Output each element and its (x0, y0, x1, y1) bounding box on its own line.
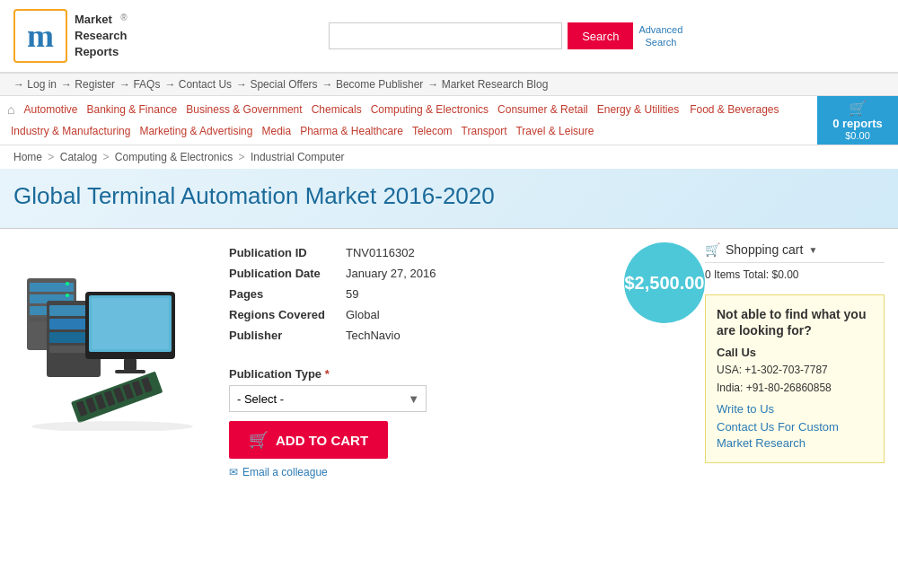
svg-point-5 (66, 282, 69, 285)
nav-contact[interactable]: → Contact Us (164, 78, 232, 91)
help-box: Not able to find what you are looking fo… (705, 294, 885, 463)
call-label: Call Us (717, 346, 873, 359)
category-links: ⌂ Automotive Banking & Finance Business … (0, 96, 817, 145)
cat-marketing[interactable]: Marketing & Advertising (136, 123, 256, 139)
logo-line1: Market (75, 12, 128, 28)
pub-date-row: Publication Date January 27, 2016 (229, 263, 443, 284)
cart-btn-icon: 🛒 (249, 430, 269, 450)
cat-chemicals[interactable]: Chemicals (308, 101, 365, 118)
cat-pharma[interactable]: Pharma & Healthcare (296, 123, 407, 139)
pages-row: Pages 59 (229, 284, 443, 304)
required-marker: * (325, 367, 330, 381)
pub-id-row: Publication ID TNV0116302 (229, 242, 443, 263)
product-illustration (18, 251, 207, 431)
nav-login[interactable]: → Log in (13, 78, 57, 91)
logo-box: m (13, 9, 67, 63)
cart-icon: 🛒 (849, 100, 867, 117)
cat-energy[interactable]: Energy & Utilities (594, 101, 682, 118)
top-nav: → Log in → Register → FAQs → Contact Us … (0, 73, 898, 96)
cat-banking[interactable]: Banking & Finance (84, 101, 181, 118)
price-circle: $2,500.00 (624, 242, 705, 323)
shopping-cart-title: Shopping cart (726, 242, 803, 257)
pages-value: 59 (346, 284, 443, 304)
breadcrumb-computing[interactable]: Computing & Electronics (115, 151, 233, 163)
logo-line3: Reports (75, 44, 128, 60)
shopping-cart-header[interactable]: 🛒 Shopping cart ▼ (705, 242, 885, 263)
add-to-cart-label: ADD TO CART (276, 433, 368, 448)
svg-rect-18 (115, 370, 145, 373)
add-to-cart-button[interactable]: 🛒 ADD TO CART (229, 421, 388, 459)
product-info: Publication ID TNV0116302 Publication Da… (229, 242, 611, 360)
category-nav: ⌂ Automotive Banking & Finance Business … (0, 96, 898, 145)
email-colleague-label: Email a colleague (242, 466, 328, 478)
header: m ® Market Research Reports Search Advan… (0, 0, 898, 73)
cat-business[interactable]: Business & Government (182, 101, 305, 118)
pub-type-section: Publication Type * - Select - Single Use… (229, 367, 705, 412)
svg-point-6 (66, 294, 69, 297)
svg-rect-17 (124, 359, 136, 370)
regions-value[interactable]: Global (346, 304, 443, 325)
pub-date-label: Publication Date (229, 263, 346, 284)
phone-numbers: USA: +1-302-703-7787 India: +91-80-26860… (717, 362, 873, 396)
product-image (18, 251, 207, 431)
nav-special-offers[interactable]: → Special Offers (236, 78, 317, 91)
home-icon[interactable]: ⌂ (7, 102, 14, 117)
write-to-us-link[interactable]: Write to Us (717, 402, 873, 416)
price-area: $2,500.00 (611, 242, 705, 323)
cat-media[interactable]: Media (258, 123, 295, 139)
page-title-area: Global Terminal Automation Market 2016-2… (0, 169, 898, 229)
cart-items-total: 0 Items Total: $0.00 (705, 268, 885, 281)
cat-computing[interactable]: Computing & Electronics (367, 101, 492, 118)
svg-rect-16 (92, 298, 169, 349)
cart-items-count: 0 Items (705, 268, 740, 281)
search-button[interactable]: Search (568, 22, 633, 49)
svg-point-28 (31, 421, 193, 431)
right-sidebar: 🛒 Shopping cart ▼ 0 Items Total: $0.00 N… (705, 242, 885, 478)
pub-id-label: Publication ID (229, 242, 346, 263)
help-heading: Not able to find what you are looking fo… (717, 306, 873, 338)
cart-total-value: $0.00 (772, 268, 799, 281)
breadcrumb-industrial[interactable]: Industrial Computer (251, 151, 345, 163)
logo[interactable]: m ® Market Research Reports (13, 9, 128, 63)
breadcrumb-home[interactable]: Home (13, 151, 42, 163)
nav-blog[interactable]: → Market Research Blog (427, 78, 548, 91)
cart-header-icon: 🛒 (705, 242, 720, 257)
cat-transport[interactable]: Transport (458, 123, 511, 139)
cat-industry[interactable]: Industry & Manufacturing (7, 123, 134, 139)
pub-type-label: Publication Type * (229, 367, 705, 381)
breadcrumb-catalog[interactable]: Catalog (60, 151, 97, 163)
publisher-value: TechNavio (346, 325, 443, 346)
nav-register[interactable]: → Register (61, 78, 115, 91)
cat-travel[interactable]: Travel & Leisure (512, 123, 597, 139)
cart-reports: 0 reports (832, 117, 883, 130)
product-area: Publication ID TNV0116302 Publication Da… (13, 242, 705, 478)
cart-amount: $0.00 (845, 130, 870, 141)
cart-box[interactable]: 🛒 0 reports $0.00 (817, 96, 898, 145)
product-details: Publication ID TNV0116302 Publication Da… (229, 242, 705, 478)
cat-consumer[interactable]: Consumer & Retail (494, 101, 592, 118)
cart-total-label: Total: (743, 268, 769, 281)
regions-label: Regions Covered (229, 304, 346, 325)
advanced-search-link[interactable]: AdvancedSearch (638, 23, 682, 49)
search-input[interactable] (329, 22, 562, 49)
custom-research-link[interactable]: Contact Us For Custom Market Research (717, 419, 873, 452)
search-area: Search AdvancedSearch (128, 22, 885, 49)
nav-faqs[interactable]: → FAQs (119, 78, 160, 91)
phone-usa: USA: +1-302-703-7787 (717, 362, 873, 379)
cat-automotive[interactable]: Automotive (20, 101, 81, 118)
regions-row: Regions Covered Global (229, 304, 443, 325)
shopping-cart-widget: 🛒 Shopping cart ▼ 0 Items Total: $0.00 (705, 242, 885, 281)
nav-become-publisher[interactable]: → Become Publisher (322, 78, 424, 91)
pub-type-select[interactable]: - Select - Single User PDF Multi User PD… (229, 385, 427, 412)
product-image-column (13, 242, 211, 478)
publisher-row: Publisher TechNavio (229, 325, 443, 346)
cart-dropdown-arrow-icon: ▼ (808, 245, 817, 255)
phone-india: India: +91-80-26860858 (717, 380, 873, 397)
email-colleague-link[interactable]: ✉ Email a colleague (229, 466, 705, 478)
cat-food[interactable]: Food & Beverages (686, 101, 782, 118)
breadcrumb: Home > Catalog > Computing & Electronics… (0, 145, 898, 169)
publisher-label: Publisher (229, 325, 346, 346)
email-icon: ✉ (229, 466, 238, 478)
logo-letter: m (27, 20, 54, 52)
cat-telecom[interactable]: Telecom (409, 123, 456, 139)
